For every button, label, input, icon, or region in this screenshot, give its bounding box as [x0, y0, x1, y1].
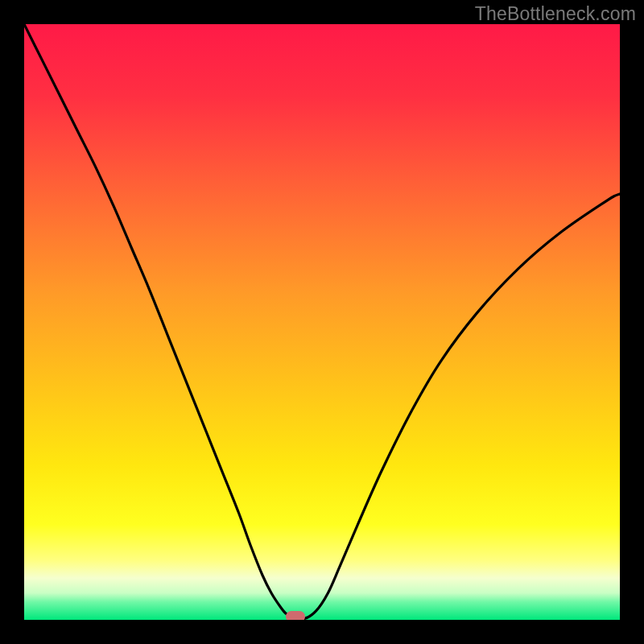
watermark-text: TheBottleneck.com	[475, 3, 636, 25]
plot-area	[24, 24, 620, 620]
bottleneck-curve	[24, 24, 620, 620]
optimal-marker	[286, 611, 305, 620]
chart-frame: TheBottleneck.com	[0, 0, 644, 644]
